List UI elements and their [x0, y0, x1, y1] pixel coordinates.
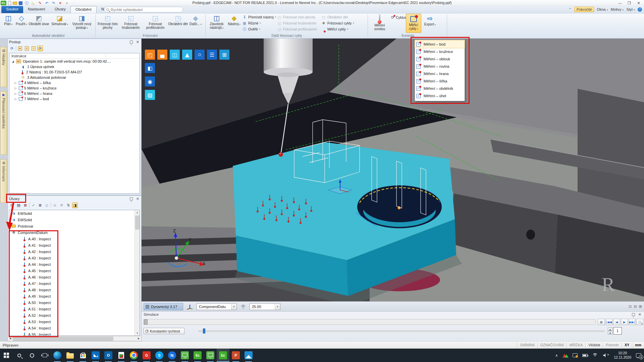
expander-icon[interactable]: ▷ [14, 92, 17, 95]
step-count-field[interactable]: 1 [613, 327, 622, 335]
search-sim-icon[interactable] [636, 319, 643, 325]
step-mereni[interactable]: ▷ 6 Měření – hrana [9, 91, 140, 96]
taskbar-document-app[interactable] [115, 349, 127, 362]
search-input[interactable] [111, 8, 181, 12]
taskbar-gmail[interactable]: G [140, 349, 153, 362]
status-polomer[interactable]: Poloměr [603, 343, 622, 348]
tree-item-inspect[interactable]: A.46 : Inspect [9, 274, 140, 280]
tree-item-inspect[interactable]: A.51 : Inspect [9, 306, 140, 312]
tree-item-inspect[interactable]: A.53 : Inspect [9, 318, 140, 325]
tree-item-inspect[interactable]: A.48 : Inspect [9, 287, 140, 293]
wifi-icon[interactable] [592, 353, 598, 358]
overit-button[interactable]: Ověřit [241, 26, 276, 32]
spinner-down-icon[interactable]: ▼ [608, 331, 612, 335]
display-notification-icon[interactable] [573, 353, 578, 357]
measure-menu-item[interactable]: ◇ Měření – rovina [415, 63, 465, 70]
pin-icon[interactable] [130, 41, 133, 44]
taskbar-photos[interactable] [242, 349, 255, 362]
plan-button[interactable]: Plán [2, 13, 15, 33]
tree-item-inspect[interactable]: A.55 : Inspect [9, 331, 140, 336]
taskbar-explorer[interactable] [64, 349, 76, 362]
status-vkladat[interactable]: Vkládat [585, 343, 603, 348]
vertical-scrollbar[interactable]: ∧ ∨ [135, 210, 140, 336]
operation-node[interactable]: ◢ NC Operation 1: sample mill vertical m… [9, 59, 140, 64]
measure-menu-item[interactable]: ╱ Měření – hrana [415, 70, 465, 77]
tree-item-inspect[interactable]: A.50 : Inspect [9, 299, 140, 306]
tree-item-inspect[interactable]: A.47 : Inspect [9, 280, 140, 287]
windows-menu-button[interactable]: Okna ▾ [597, 7, 608, 11]
simulation-progress-handle[interactable] [144, 319, 148, 324]
scroll-up-icon[interactable]: ∧ [135, 210, 140, 215]
close-panel-icon[interactable]: ✕ [638, 312, 642, 317]
step-mereni[interactable]: ▷ 7 Měření – bod [9, 96, 140, 102]
measure-menu-item[interactable]: ○ Měření – kružnice [415, 48, 465, 55]
scroll-thumb[interactable] [13, 337, 113, 341]
taskbar-powerpoint[interactable]: P [229, 349, 242, 362]
vytvorit-novy-postup-button[interactable]: Vytvořit nový postup [70, 13, 94, 33]
layout-view-icon[interactable]: ⊞ [219, 50, 229, 60]
frezovat-profilovanim-button[interactable]: Frézovat profilováním [143, 13, 168, 33]
stock-view-icon[interactable]: ◰ [145, 50, 155, 60]
refresh-icon[interactable]: ⟳ [9, 46, 15, 51]
export-button[interactable]: Export [423, 14, 437, 33]
taskbar-chrome[interactable] [127, 349, 140, 362]
taskbar-skype[interactable]: S [153, 349, 166, 362]
viewport-close-icon[interactable]: ⊠ [639, 304, 642, 309]
status-snimani[interactable]: SNÍMÁNÍ [517, 343, 537, 348]
tree-item-inspect[interactable]: A.54 : Inspect [9, 325, 140, 331]
scroll-down-icon[interactable]: ∨ [135, 330, 140, 336]
taskbar-edge[interactable] [51, 349, 64, 362]
skip-end-icon[interactable]: ▶▶| [629, 319, 636, 325]
mereni-sondou-button[interactable]: Měření sondou [370, 13, 390, 33]
cortana-button[interactable] [25, 349, 38, 362]
taskbar-store[interactable] [76, 349, 89, 362]
close-panel-icon[interactable]: ✕ [136, 40, 140, 44]
simulation-progress-track[interactable] [144, 319, 596, 325]
taskbar-outlook[interactable]: O [102, 349, 115, 362]
expander-icon[interactable]: ▷ [14, 98, 17, 101]
wireframe-display-icon[interactable]: ▨ [145, 90, 155, 100]
tree-item-polotovar[interactable]: Polotovar [9, 223, 140, 229]
tree-item-inspect[interactable]: A.42 : Inspect [9, 248, 140, 255]
advanced-mode-button[interactable]: Pokročilé [574, 7, 594, 12]
measure-menu-item[interactable]: ↔ Měření – šířka [415, 77, 465, 85]
themes-menu-button[interactable]: Motivy ▾ [611, 7, 624, 11]
taskbar-edgecam-simulator[interactable] [178, 349, 191, 362]
expander-open-icon[interactable]: ◢ [11, 60, 14, 63]
sequence-info-icon[interactable]: ◔ [31, 46, 36, 51]
style-menu-button[interactable]: Styl ▾ [627, 7, 635, 11]
zasobnik-nastroju-button[interactable]: Zásobník nástrojů [207, 13, 227, 33]
taskbar-search-button[interactable] [13, 349, 25, 362]
sidetab-planovaci-nastenka[interactable]: ▶ Plánovací nástěnka [0, 91, 7, 155]
viewport-3d[interactable]: Z Y X R ◰ ▄ ◫ ▲ ☰ ⊞ ◧ ◉ ▨ [142, 39, 644, 301]
tree-item-ewsolid[interactable]: ⬗ EWSolid [9, 210, 140, 217]
tab-utvary[interactable]: Útvary [50, 6, 70, 13]
horizontal-scrollbar[interactable]: ◀ ▶ [8, 336, 141, 341]
antivirus-icon[interactable] [562, 353, 568, 358]
spinner-up-icon[interactable]: ▲ [608, 327, 612, 331]
auto-update-icon[interactable]: ⟳ [37, 46, 43, 51]
show-features-icon[interactable]: ◨ [72, 202, 78, 208]
collapse-ribbon-icon[interactable]: ⌃ [569, 7, 572, 12]
number-icon[interactable]: # [59, 202, 64, 208]
scroll-thumb[interactable] [135, 216, 140, 230]
feature-stack-icon[interactable]: ▤ [16, 202, 21, 208]
tolerance-select[interactable]: 25.00 ∨ [250, 303, 280, 310]
dalsi-button[interactable]: Další... [189, 13, 203, 33]
probe-display-icon[interactable]: ◫ [170, 50, 180, 60]
constant-speed-button[interactable]: Konstantní rychlost [144, 328, 184, 334]
minimize-button[interactable]: — [615, 0, 625, 6]
taskbar-edgecam-simulator-2[interactable] [204, 349, 217, 362]
machine-view-icon[interactable]: ▄ [157, 50, 167, 60]
sort-icon[interactable]: ⇅ [65, 202, 71, 208]
tree-item-componentdatum[interactable]: ⊕ ComponentDatum [9, 229, 140, 236]
view-mode-button[interactable]: Dynamický 3.17 [144, 303, 183, 310]
expander-icon[interactable]: ▷ [14, 81, 17, 84]
start-button[interactable] [0, 349, 13, 362]
measure-menu-item[interactable]: ∩ Měření – oblouk [415, 55, 465, 63]
pouzit-button[interactable]: Použít [15, 13, 28, 33]
taskbar-edgecam-active[interactable]: Ec [217, 349, 229, 362]
step-mereni[interactable]: ▷ 5 Měření – kružnice [9, 85, 140, 91]
step-mereni[interactable]: ▷ 4 Měření – šířka [9, 80, 140, 85]
obrabeni-der-button[interactable]: Obrábění děr [168, 13, 189, 33]
